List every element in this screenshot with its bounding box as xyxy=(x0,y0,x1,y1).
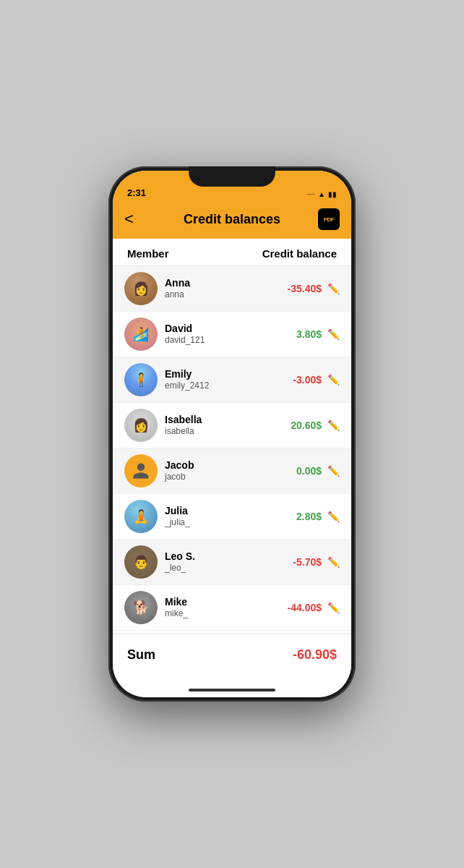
app-header: < Credit balances PDF xyxy=(113,203,351,239)
member-name-anna: Anna xyxy=(165,276,288,289)
member-row-anna: 👩 Anna anna -35.40$ ✏️ xyxy=(113,266,351,312)
wifi-icon: ▲ xyxy=(318,190,325,198)
member-username-mike: mike_ xyxy=(165,608,288,620)
member-username-david: david_121 xyxy=(165,335,296,346)
sum-label: Sum xyxy=(127,647,155,663)
member-info-emily: Emily emily_2412 xyxy=(165,367,293,392)
member-username-isabella: isabella xyxy=(165,426,291,438)
edit-button-jacob[interactable]: ✏️ xyxy=(327,465,340,477)
member-row-david: 🏄 David david_121 3.80$ ✏️ xyxy=(113,312,351,357)
battery-icon: ▮▮ xyxy=(328,190,337,198)
member-row-isabella: 👩 Isabella isabella 20.60$ ✏️ xyxy=(113,403,351,448)
member-balance-mike: -44.00$ xyxy=(288,602,322,613)
member-username-emily: emily_2412 xyxy=(165,380,293,392)
phone-screen: 2:31 ···· ▲ ▮▮ < Credit balances PDF Mem… xyxy=(113,171,351,697)
member-username-anna: anna xyxy=(165,289,288,301)
member-balance-emily: -3.00$ xyxy=(293,374,322,386)
member-info-leo: Leo S. _leo_ xyxy=(165,550,293,574)
member-info-anna: Anna anna xyxy=(165,276,288,301)
member-name-mike: Mike xyxy=(165,595,288,608)
edit-button-mike[interactable]: ✏️ xyxy=(327,602,340,613)
member-row-mike: 🐕 Mike mike_ -44.00$ ✏️ xyxy=(113,585,351,631)
phone-frame: 2:31 ···· ▲ ▮▮ < Credit balances PDF Mem… xyxy=(108,166,356,702)
avatar-anna: 👩 xyxy=(124,272,158,305)
content-area: Member Credit balance 👩 Anna anna -35.40… xyxy=(113,239,351,693)
avatar-mike: 🐕 xyxy=(124,591,158,624)
edit-button-david[interactable]: ✏️ xyxy=(327,328,340,340)
member-row-emily: 🧍 Emily emily_2412 -3.00$ ✏️ xyxy=(113,357,351,403)
member-name-emily: Emily xyxy=(165,367,293,380)
back-button[interactable]: < xyxy=(124,210,146,229)
edit-button-julia[interactable]: ✏️ xyxy=(327,511,340,522)
member-row-julia: 🧘 Julia _julia_ 2.80$ ✏️ xyxy=(113,494,351,540)
status-time: 2:31 xyxy=(127,187,146,198)
sum-value: -60.90$ xyxy=(293,647,337,663)
member-balance-julia: 2.80$ xyxy=(296,511,322,522)
member-info-david: David david_121 xyxy=(165,322,296,346)
member-balance-leo: -5.70$ xyxy=(293,556,322,568)
member-info-julia: Julia _julia_ xyxy=(165,504,296,529)
member-balance-isabella: 20.60$ xyxy=(291,420,322,431)
member-balance-david: 3.80$ xyxy=(296,328,322,340)
edit-button-anna[interactable]: ✏️ xyxy=(327,283,340,294)
edit-button-leo[interactable]: ✏️ xyxy=(327,556,340,568)
member-username-leo: _leo_ xyxy=(165,563,293,574)
member-balance-jacob: 0.00$ xyxy=(296,465,322,477)
page-title: Credit balances xyxy=(146,212,318,227)
home-indicator xyxy=(189,689,275,692)
avatar-julia: 🧘 xyxy=(124,500,158,533)
table-header: Member Credit balance xyxy=(113,239,351,266)
avatar-leo: 👨 xyxy=(124,545,158,579)
member-username-julia: _julia_ xyxy=(165,517,296,529)
member-name-isabella: Isabella xyxy=(165,413,291,426)
avatar-emily: 🧍 xyxy=(124,363,158,396)
member-balance-anna: -35.40$ xyxy=(288,283,322,294)
member-name-leo: Leo S. xyxy=(165,550,293,563)
avatar-isabella: 👩 xyxy=(124,409,158,442)
member-info-mike: Mike mike_ xyxy=(165,595,288,620)
member-name-jacob: Jacob xyxy=(165,459,296,472)
avatar-david: 🏄 xyxy=(124,318,158,351)
member-info-isabella: Isabella isabella xyxy=(165,413,291,438)
notch xyxy=(189,166,275,187)
members-list: 👩 Anna anna -35.40$ ✏️ 🏄 David david_121… xyxy=(113,266,351,631)
member-name-david: David xyxy=(165,322,296,335)
edit-button-emily[interactable]: ✏️ xyxy=(327,374,340,386)
signal-icon: ···· xyxy=(307,190,315,198)
column-header-member: Member xyxy=(127,247,169,260)
member-row-jacob: Jacob jacob 0.00$ ✏️ xyxy=(113,448,351,494)
member-row-leo: 👨 Leo S. _leo_ -5.70$ ✏️ xyxy=(113,540,351,585)
avatar-jacob xyxy=(124,454,158,488)
sum-row: Sum -60.90$ xyxy=(113,634,351,676)
pdf-label: PDF xyxy=(324,216,335,223)
column-header-credit: Credit balance xyxy=(262,247,337,260)
member-name-julia: Julia xyxy=(165,504,296,517)
pdf-button[interactable]: PDF xyxy=(318,208,340,230)
member-info-jacob: Jacob jacob xyxy=(165,459,296,483)
member-username-jacob: jacob xyxy=(165,472,296,483)
status-icons: ···· ▲ ▮▮ xyxy=(307,190,337,198)
edit-button-isabella[interactable]: ✏️ xyxy=(327,420,340,431)
